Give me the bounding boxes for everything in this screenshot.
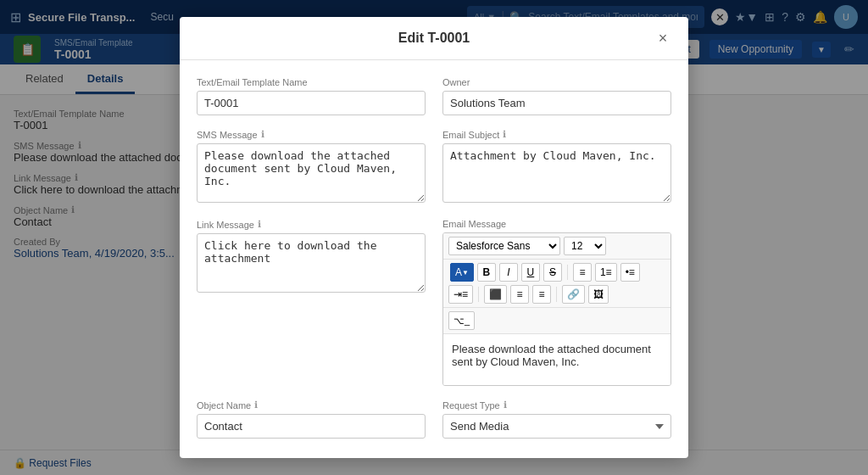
rte-align-left2-button[interactable]: ⬛ — [484, 285, 507, 304]
email-subject-help-icon[interactable]: ℹ — [503, 129, 506, 140]
rte-toolbar-row1: Salesforce Sans Arial Times New Roman 8 … — [443, 233, 670, 260]
object-name-label: Object Name ℹ — [197, 400, 426, 411]
link-message-col: Link Message ℹ Click here to download th… — [197, 219, 426, 386]
link-message-textarea[interactable]: Click here to download the attachment — [197, 233, 426, 293]
sms-message-col: SMS Message ℹ Please download the attach… — [197, 129, 426, 205]
request-type-label: Request Type ℹ — [442, 400, 671, 411]
owner-col: Owner — [442, 77, 671, 115]
link-message-help-icon[interactable]: ℹ — [258, 219, 261, 230]
rte-bold-button[interactable]: B — [477, 263, 496, 282]
font-family-select[interactable]: Salesforce Sans Arial Times New Roman — [448, 237, 560, 255]
modal-close-button[interactable]: × — [651, 26, 675, 50]
rte-align-center-button[interactable]: ≡ — [510, 285, 529, 304]
template-name-col: Text/Email Template Name — [197, 77, 426, 115]
rte-image-button[interactable]: 🖼 — [588, 285, 609, 304]
rte-color-button[interactable]: A▼ — [450, 263, 474, 282]
rte-list-ul-button[interactable]: •≡ — [620, 263, 640, 282]
rte-separator-3 — [556, 287, 557, 302]
rte-indent-button[interactable]: ⇥≡ — [448, 285, 473, 304]
rte-link-button[interactable]: 🔗 — [562, 285, 585, 304]
object-name-help-icon[interactable]: ℹ — [254, 400, 258, 411]
rte-separator-2 — [478, 287, 479, 302]
email-subject-col: Email Subject ℹ Attachment by Cloud Mave… — [442, 129, 671, 205]
rte-underline-button[interactable]: U — [521, 263, 540, 282]
owner-input[interactable] — [442, 91, 671, 115]
rte-body[interactable]: Please download the attached document se… — [443, 334, 670, 385]
template-name-label: Text/Email Template Name — [197, 77, 426, 87]
modal-overlay: Edit T-0001 × Text/Email Template Name O… — [0, 0, 868, 475]
rte-italic-button[interactable]: I — [499, 263, 518, 282]
email-message-label: Email Message — [442, 219, 671, 229]
modal-body: Text/Email Template Name Owner SMS Messa… — [180, 60, 688, 458]
sms-message-help-icon[interactable]: ℹ — [261, 129, 264, 140]
email-message-col: Email Message Salesforce Sans Arial Time… — [442, 219, 671, 386]
email-subject-label: Email Subject ℹ — [442, 129, 671, 140]
font-size-select[interactable]: 8 10 12 14 16 — [564, 237, 606, 255]
sms-message-label: SMS Message ℹ — [197, 129, 426, 140]
modal-title: Edit T-0001 — [398, 31, 470, 46]
rte-strikethrough-button[interactable]: S — [543, 263, 562, 282]
rte-align-left-button[interactable]: ≡ — [573, 263, 592, 282]
link-message-label: Link Message ℹ — [197, 219, 426, 230]
rte-merge-field-button[interactable]: ⌥_ — [448, 311, 475, 330]
modal-header: Edit T-0001 × — [180, 17, 688, 60]
object-name-input[interactable] — [197, 414, 426, 439]
sms-message-textarea[interactable]: Please download the attached document se… — [197, 143, 426, 203]
form-row-3: Link Message ℹ Click here to download th… — [197, 219, 671, 386]
rte-separator-1 — [567, 265, 568, 280]
rte-list-ol-button[interactable]: 1≡ — [595, 263, 617, 282]
email-subject-textarea[interactable]: Attachment by Cloud Maven, Inc. — [442, 143, 671, 203]
object-name-col: Object Name ℹ — [197, 400, 426, 439]
form-row-2: SMS Message ℹ Please download the attach… — [197, 129, 671, 205]
edit-modal: Edit T-0001 × Text/Email Template Name O… — [180, 17, 688, 458]
rte-toolbar-row3: ⌥_ — [443, 308, 670, 334]
rich-text-editor: Salesforce Sans Arial Times New Roman 8 … — [442, 232, 671, 386]
template-name-input[interactable] — [197, 91, 426, 115]
form-row-4: Object Name ℹ Request Type ℹ Send Media … — [197, 400, 671, 439]
request-type-select[interactable]: Send Media Request Files Send & Request — [442, 414, 671, 439]
owner-label: Owner — [442, 77, 671, 87]
request-type-col: Request Type ℹ Send Media Request Files … — [442, 400, 671, 439]
rte-align-right-button[interactable]: ≡ — [532, 285, 551, 304]
request-type-help-icon[interactable]: ℹ — [504, 400, 507, 411]
form-row-1: Text/Email Template Name Owner — [197, 77, 671, 115]
rte-toolbar-row2: A▼ B I U S ≡ 1≡ •≡ ⇥≡ ⬛ — [443, 260, 670, 308]
